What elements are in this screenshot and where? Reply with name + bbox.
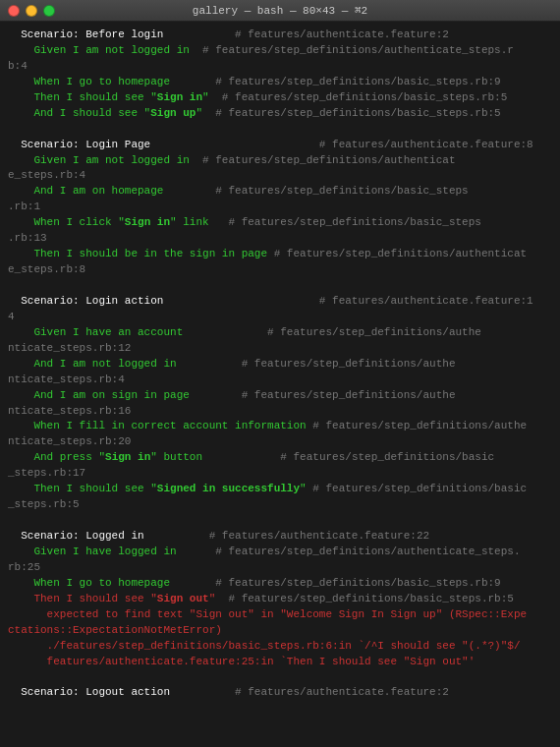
line-41: features/authenticate.feature:25:in `The… xyxy=(8,655,552,670)
line-37: Then I should see "Sign out" # features/… xyxy=(8,592,552,607)
line-39: ctations::ExpectationNotMetError) xyxy=(8,623,552,639)
line-27: nticate_steps.rb:20 xyxy=(8,434,552,450)
line-43: Scenario: Logout action # features/authe… xyxy=(8,685,552,701)
title-bar: gallery — bash — 80×43 — ⌘2 xyxy=(0,0,560,22)
line-31: _steps.rb:5 xyxy=(8,497,552,513)
line-26: When I fill in correct account informati… xyxy=(8,419,552,434)
line-38: expected to find text "Sign out" in "Wel… xyxy=(8,607,552,623)
line-23: nticate_steps.rb:4 xyxy=(8,373,552,388)
line-21: nticate_steps.rb:12 xyxy=(8,341,552,357)
line-10: e_steps.rb:4 xyxy=(8,168,552,184)
line-11: And I am on homepage # features/step_def… xyxy=(8,184,552,200)
line-4: When I go to homepage # features/step_de… xyxy=(8,75,552,90)
line-5: Then I should see "Sign in" # features/s… xyxy=(8,90,552,106)
close-button[interactable] xyxy=(8,5,20,17)
line-9: Given I am not logged in # features/step… xyxy=(8,153,552,169)
line-28: And press "Sign in" button # features/st… xyxy=(8,450,552,466)
terminal-body: Scenario: Before login # features/authen… xyxy=(0,22,560,747)
line-40: ./features/step_definitions/basic_steps.… xyxy=(8,639,552,655)
line-14: .rb:13 xyxy=(8,231,552,247)
line-20: Given I have an account # features/step_… xyxy=(8,325,552,341)
line-42 xyxy=(8,669,552,685)
line-24: And I am on sign in page # features/step… xyxy=(8,388,552,404)
window-controls xyxy=(8,5,55,17)
line-19: 4 xyxy=(8,310,552,325)
line-13: When I click "Sign in" link # features/s… xyxy=(8,215,552,231)
line-30: Then I should see "Signed in successfull… xyxy=(8,482,552,497)
line-18: Scenario: Login action # features/authen… xyxy=(8,294,552,310)
line-8: Scenario: Login Page # features/authenti… xyxy=(8,138,552,153)
line-36: When I go to homepage # features/step_de… xyxy=(8,576,552,592)
line-16: e_steps.rb:8 xyxy=(8,262,552,278)
line-6: And I should see "Sign up" # features/st… xyxy=(8,106,552,122)
line-2: Given I am not logged in # features/step… xyxy=(8,43,552,59)
line-32 xyxy=(8,513,552,529)
line-1: Scenario: Before login # features/authen… xyxy=(8,28,552,43)
line-3: b:4 xyxy=(8,59,552,75)
window: gallery — bash — 80×43 — ⌘2 Scenario: Be… xyxy=(0,0,560,747)
line-35: rb:25 xyxy=(8,560,552,576)
line-12: .rb:1 xyxy=(8,200,552,215)
line-7 xyxy=(8,122,552,138)
window-title: gallery — bash — 80×43 — ⌘2 xyxy=(193,4,367,17)
line-15: Then I should be in the sign in page # f… xyxy=(8,247,552,262)
line-25: nticate_steps.rb:16 xyxy=(8,404,552,420)
minimize-button[interactable] xyxy=(26,5,37,17)
maximize-button[interactable] xyxy=(43,5,55,17)
line-29: _steps.rb:17 xyxy=(8,466,552,482)
line-22: And I am not logged in # features/step_d… xyxy=(8,357,552,373)
line-33: Scenario: Logged in # features/authentic… xyxy=(8,529,552,545)
line-34: Given I have logged in # features/step_d… xyxy=(8,545,552,560)
line-17 xyxy=(8,278,552,294)
